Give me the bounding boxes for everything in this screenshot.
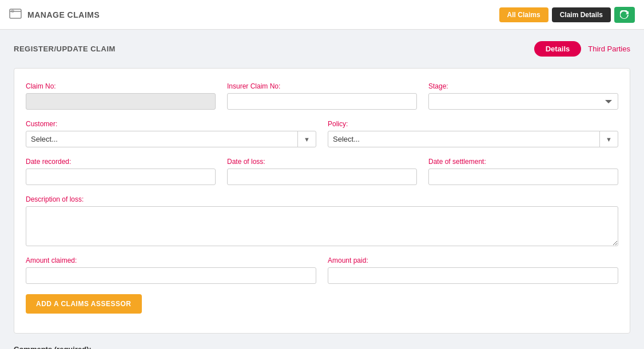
page-title: MANAGE CLAIMS [27, 10, 100, 19]
customer-select-wrapper: Select... ▼ [26, 131, 316, 147]
section-header: REGISTER/UPDATE CLAIM Details Third Part… [14, 41, 630, 57]
row-description: Description of loss: [26, 195, 618, 246]
manage-claims-icon [9, 9, 22, 21]
comments-section: Comments (required): [14, 345, 630, 349]
row-add-assessor: ADD A CLAIMS ASSESSOR [26, 294, 618, 314]
section-title: REGISTER/UPDATE CLAIM [14, 45, 116, 53]
date-of-settlement-label: Date of settlement: [428, 158, 618, 166]
amount-claimed-input[interactable] [26, 267, 316, 284]
date-recorded-label: Date recorded: [26, 158, 216, 166]
customer-select[interactable]: Select... [26, 131, 297, 147]
all-claims-button[interactable]: All Claims [499, 7, 548, 22]
amount-paid-input[interactable] [328, 267, 618, 284]
date-of-loss-label: Date of loss: [227, 158, 417, 166]
row-claim-info: Claim No: Insurer Claim No: Stage: [26, 82, 618, 110]
main-content: REGISTER/UPDATE CLAIM Details Third Part… [0, 30, 644, 349]
date-of-settlement-input[interactable] [428, 169, 618, 185]
date-of-loss-group: Date of loss: [227, 158, 417, 185]
top-bar-actions: All Claims Claim Details [499, 7, 635, 23]
tab-details[interactable]: Details [534, 41, 582, 57]
insurer-claim-no-group: Insurer Claim No: [227, 82, 417, 110]
policy-select[interactable]: Select... [328, 131, 599, 147]
row-dates: Date recorded: Date of loss: Date of set… [26, 158, 618, 185]
customer-label: Customer: [26, 120, 316, 128]
add-assessor-button[interactable]: ADD A CLAIMS ASSESSOR [26, 294, 142, 314]
claim-no-group: Claim No: [26, 82, 216, 110]
row-amounts: Amount claimed: Amount paid: [26, 256, 618, 284]
stage-label: Stage: [428, 82, 618, 90]
date-recorded-input[interactable] [26, 169, 216, 185]
policy-chevron-icon[interactable]: ▼ [600, 133, 618, 146]
row-customer-policy: Customer: Select... ▼ Policy: Select... … [26, 120, 618, 147]
date-recorded-group: Date recorded: [26, 158, 216, 185]
insurer-claim-no-label: Insurer Claim No: [227, 82, 417, 90]
insurer-claim-no-input[interactable] [227, 93, 417, 110]
date-of-loss-input[interactable] [227, 169, 417, 185]
comments-label: Comments (required): [14, 345, 630, 349]
top-bar: MANAGE CLAIMS All Claims Claim Details [0, 0, 644, 30]
section-tabs: Details Third Parties [534, 41, 630, 57]
amount-claimed-label: Amount claimed: [26, 256, 316, 264]
amount-paid-group: Amount paid: [328, 256, 618, 284]
description-textarea[interactable] [26, 206, 618, 246]
amount-claimed-group: Amount claimed: [26, 256, 316, 284]
description-label: Description of loss: [26, 195, 618, 203]
tab-third-parties[interactable]: Third Parties [588, 45, 630, 53]
policy-group: Policy: Select... ▼ [328, 120, 618, 147]
form-card: Claim No: Insurer Claim No: Stage: Custo… [14, 68, 630, 334]
claim-no-label: Claim No: [26, 82, 216, 90]
refresh-button[interactable] [614, 7, 635, 23]
amount-paid-label: Amount paid: [328, 256, 618, 264]
customer-chevron-icon[interactable]: ▼ [298, 133, 316, 146]
date-of-settlement-group: Date of settlement: [428, 158, 618, 185]
policy-select-wrapper: Select... ▼ [328, 131, 618, 147]
customer-group: Customer: Select... ▼ [26, 120, 316, 147]
claim-details-button[interactable]: Claim Details [552, 7, 611, 22]
top-bar-left: MANAGE CLAIMS [9, 9, 100, 21]
stage-group: Stage: [428, 82, 618, 110]
stage-select[interactable] [428, 93, 618, 110]
policy-label: Policy: [328, 120, 618, 128]
description-group: Description of loss: [26, 195, 618, 246]
claim-no-input[interactable] [26, 93, 216, 110]
